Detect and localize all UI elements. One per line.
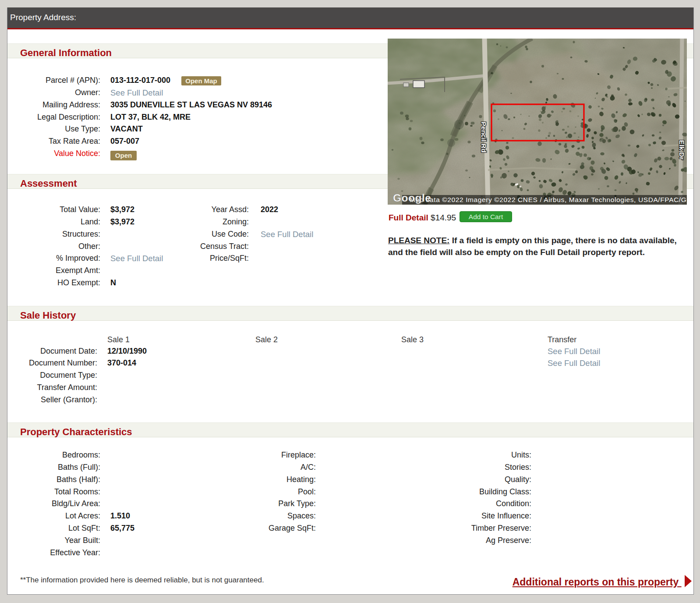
svg-text:Elk Dr: Elk Dr <box>678 140 686 160</box>
svg-text:Google: Google <box>393 192 431 204</box>
svg-text:Pencil Rd: Pencil Rd <box>480 122 488 153</box>
svg-text:Map data ©2022 Imagery ©2022 C: Map data ©2022 Imagery ©2022 CNES / Airb… <box>410 196 687 203</box>
